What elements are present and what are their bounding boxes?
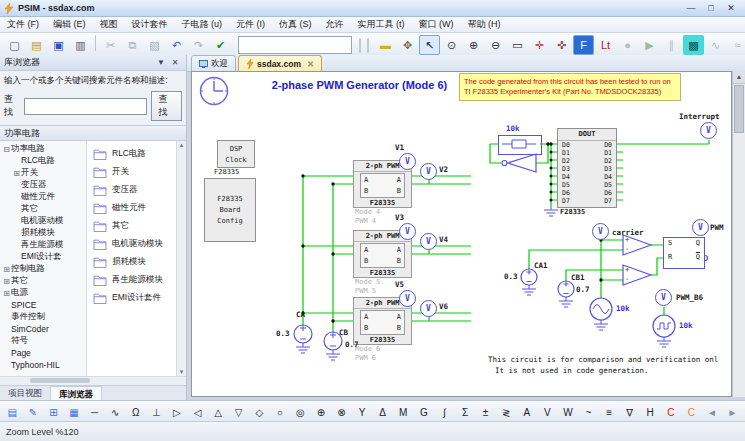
tab-close-icon[interactable]: ✕ [307,59,314,69]
element-button[interactable]: M [394,403,413,422]
tree-item[interactable]: 磁性元件 [0,191,86,203]
tree-item[interactable]: 电机驱动模 [0,215,86,227]
menu-item[interactable]: 视图 [93,18,125,31]
toolbar-button[interactable]: ↖ [419,35,440,55]
canvas-vertical-scrollbar[interactable]: ▲ [732,71,745,397]
tree-expander-icon[interactable]: ⊞ [2,289,11,298]
tree-expander-icon[interactable]: ⊞ [12,169,21,178]
probe-v5[interactable]: V [399,290,416,307]
element-button[interactable]: V [538,403,557,422]
element-button[interactable]: ▤ [3,403,22,422]
library-folder[interactable]: 电机驱动模块 [87,235,176,253]
library-folder[interactable]: 再生能源模块 [87,271,176,289]
toolbar-button[interactable]: ● [617,35,638,55]
element-button[interactable]: Ω [126,403,145,422]
toolbar-button[interactable]: ≈ [727,35,745,55]
tree-item[interactable]: ⊞其它 [0,275,86,287]
library-folder[interactable]: 损耗模块 [87,253,176,271]
toolbar-button[interactable]: ↷ [188,35,209,55]
element-button[interactable]: ✎ [24,403,43,422]
scroll-up-icon[interactable]: ▲ [733,71,745,84]
scrollbar-thumb[interactable] [734,85,744,133]
toolbar-button[interactable]: ✂ [100,35,121,55]
search-button[interactable]: 查找 [151,91,183,121]
tree-item[interactable]: ⊞电源 [0,287,86,299]
probe-interrupt[interactable]: V [700,122,717,139]
tree-expander-icon[interactable]: ⊟ [2,145,11,154]
tab-ssdax[interactable]: ssdax.com ✕ [238,55,322,71]
board-config-block[interactable]: F28335BoardConfig [204,178,256,242]
toolbar-button[interactable] [95,35,96,51]
tree-item[interactable]: Page [0,347,86,359]
menu-item[interactable]: 元件 (I) [229,18,272,31]
toolbar-button[interactable]: ∥ [661,35,682,55]
tree-hscrollbar[interactable] [0,376,186,385]
sidebar-tab[interactable]: 项目视图 [0,386,50,400]
element-button[interactable]: ◄ [703,403,722,422]
element-button[interactable]: A [517,403,536,422]
toolbar-button[interactable]: ▣ [48,35,69,55]
element-button[interactable]: ⊞ [44,403,63,422]
toolbar-button[interactable]: ⧉ [122,35,143,55]
tree-item[interactable]: SimCoder [0,323,86,335]
toolbar-button[interactable]: ⊖ [485,35,506,55]
sidebar-collapse-icon[interactable]: ▼ [154,58,168,67]
element-button[interactable]: ⊕ [312,403,331,422]
menu-item[interactable]: 设计套件 [125,18,175,31]
menu-item[interactable]: 子电路 (u) [175,18,230,31]
toolbar-button[interactable]: F [573,35,594,55]
element-button[interactable]: ► [723,403,742,422]
element-button[interactable]: △ [209,403,228,422]
toolbar-button[interactable]: ↶ [166,35,187,55]
element-button[interactable]: ∫ [435,403,454,422]
probe-carrier[interactable]: V [592,223,609,240]
menu-item[interactable]: 文件 (F) [0,18,46,31]
tree-item[interactable]: 事件控制 [0,311,86,323]
library-folder[interactable]: 磁性元件 [87,199,176,217]
tab-welcome[interactable]: 欢迎 [191,55,236,71]
tree-item[interactable]: ⊞控制电路 [0,263,86,275]
element-button[interactable]: G [415,403,434,422]
probe-pwm-b6[interactable]: V [655,289,672,306]
probe-v3[interactable]: V [399,223,416,240]
tree-item[interactable]: 损耗模块 [0,227,86,239]
library-folder[interactable]: 其它 [87,217,176,235]
tree-item[interactable]: RLC电路 [0,155,86,167]
probe-v4[interactable]: V [420,233,437,250]
toolbar-button[interactable]: Lt [595,35,616,55]
toolbar-button[interactable]: ▭ [507,35,528,55]
toolbar-button[interactable]: ▶ [639,35,660,55]
search-input[interactable] [24,98,147,115]
element-button[interactable]: ~ [579,403,598,422]
element-button[interactable]: ─ [85,403,104,422]
element-button[interactable]: ∇ [620,403,639,422]
tree-item[interactable]: 符号 [0,335,86,347]
toolbar-button[interactable]: ▤ [26,35,47,55]
sr-flipflop[interactable]: SQ RQ [663,237,705,269]
element-button[interactable]: ⊗ [332,403,351,422]
menu-item[interactable]: 窗口 (W) [412,18,461,31]
library-folder[interactable]: EMI设计套件 [87,289,176,307]
schematic-sheet[interactable]: 2-phase PWM Generator (Mode 6) The code … [191,71,732,397]
library-folder[interactable]: RLC电路 [87,145,176,163]
element-button[interactable]: ◎ [291,403,310,422]
library-section-header[interactable]: 功率电路 [0,125,186,141]
dout-block[interactable]: DOUT D0D0D1D1D2D2D3D3D4D4D5D5D6D6D7D7 [557,128,617,208]
toolbar-button[interactable]: ✛ [529,35,550,55]
toolbar-button[interactable]: ▢ [4,35,25,55]
sidebar-tab[interactable]: 库浏览器 [50,386,102,400]
element-button[interactable]: H [641,403,660,422]
library-folder[interactable]: 开关 [87,163,176,181]
element-button[interactable]: ○ [271,403,290,422]
element-button[interactable]: ▷ [168,403,187,422]
tree-expander-icon[interactable]: ⊞ [2,265,11,274]
tree-item[interactable]: SPICE [0,299,86,311]
element-button[interactable]: ⊥ [147,403,166,422]
toolbar-button[interactable]: ▧ [144,35,165,55]
element-button[interactable]: ≡ [600,403,619,422]
element-button[interactable]: ≷ [497,403,516,422]
tree-expander-icon[interactable]: ⊞ [2,277,11,286]
minimize-button[interactable]: — [681,3,701,13]
tree-item[interactable]: 其它 [0,203,86,215]
element-button[interactable]: ◇ [250,403,269,422]
